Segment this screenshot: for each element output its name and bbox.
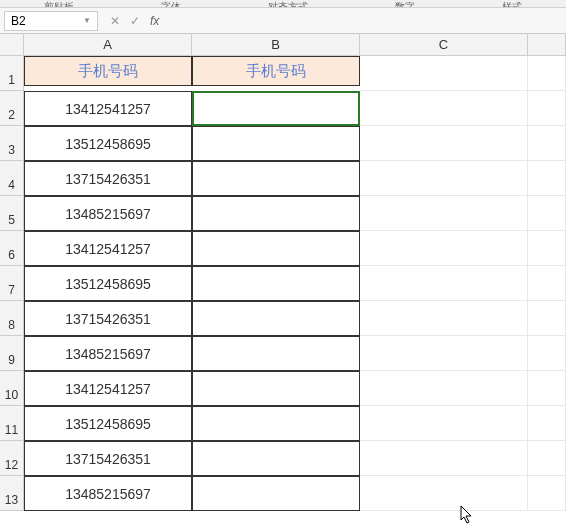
row-head-2[interactable]: 2 [0, 91, 24, 126]
formula-input[interactable] [165, 11, 566, 31]
row-head-6[interactable]: 6 [0, 231, 24, 266]
cell-B13[interactable] [192, 476, 360, 511]
cell-B7[interactable] [192, 266, 360, 301]
row-head-10[interactable]: 10 [0, 371, 24, 406]
cell-C6[interactable] [360, 231, 528, 266]
cell-B4[interactable] [192, 161, 360, 196]
cancel-icon[interactable]: ✕ [110, 14, 120, 28]
cell-C10[interactable] [360, 371, 528, 406]
cell-C3[interactable] [360, 126, 528, 161]
cell-C8[interactable] [360, 301, 528, 336]
col-head-A[interactable]: A [24, 34, 192, 56]
cell-A4[interactable]: 13715426351 [24, 161, 192, 196]
cell-A13[interactable]: 13485215697 [24, 476, 192, 511]
name-box[interactable]: B2 ▼ [4, 11, 98, 31]
cell-D7[interactable] [528, 266, 566, 301]
cell-C13[interactable] [360, 476, 528, 511]
ribbon-group-number: 数字 [395, 0, 415, 8]
cell-B9[interactable] [192, 336, 360, 371]
cell-A7[interactable]: 13512458695 [24, 266, 192, 301]
cell-C12[interactable] [360, 441, 528, 476]
cell-D4[interactable] [528, 161, 566, 196]
cell-B12[interactable] [192, 441, 360, 476]
cell-B3[interactable] [192, 126, 360, 161]
row-head-3[interactable]: 3 [0, 126, 24, 161]
cell-C2[interactable] [360, 91, 528, 126]
cell-D12[interactable] [528, 441, 566, 476]
cell-C9[interactable] [360, 336, 528, 371]
row-head-12[interactable]: 12 [0, 441, 24, 476]
cell-B1[interactable]: 手机号码 [192, 56, 360, 86]
col-head-C[interactable]: C [360, 34, 528, 56]
row-head-13[interactable]: 13 [0, 476, 24, 511]
cell-D6[interactable] [528, 231, 566, 266]
formula-bar-row: B2 ▼ ✕ ✓ fx [0, 8, 566, 34]
ribbon-group-styles: 样式 [502, 0, 522, 8]
cell-A5[interactable]: 13485215697 [24, 196, 192, 231]
row-head-11[interactable]: 11 [0, 406, 24, 441]
row-head-9[interactable]: 9 [0, 336, 24, 371]
cell-C4[interactable] [360, 161, 528, 196]
select-all-corner[interactable] [0, 34, 24, 56]
formula-buttons: ✕ ✓ fx [110, 14, 159, 28]
ribbon-fragment: 剪贴板 字体 对齐方式 数字 样式 [0, 0, 566, 8]
row-head-7[interactable]: 7 [0, 266, 24, 301]
cell-A10[interactable]: 13412541257 [24, 371, 192, 406]
cell-A6[interactable]: 13412541257 [24, 231, 192, 266]
cell-D8[interactable] [528, 301, 566, 336]
cell-A1[interactable]: 手机号码 [24, 56, 192, 86]
cell-D9[interactable] [528, 336, 566, 371]
check-icon[interactable]: ✓ [130, 14, 140, 28]
cell-B10[interactable] [192, 371, 360, 406]
row-head-5[interactable]: 5 [0, 196, 24, 231]
ribbon-group-font: 字体 [161, 0, 181, 8]
cell-A8[interactable]: 13715426351 [24, 301, 192, 336]
cell-D3[interactable] [528, 126, 566, 161]
cell-C1[interactable] [360, 56, 528, 91]
row-head-8[interactable]: 8 [0, 301, 24, 336]
row-head-4[interactable]: 4 [0, 161, 24, 196]
row-head-1[interactable]: 1 [0, 56, 24, 91]
cell-D11[interactable] [528, 406, 566, 441]
cell-C5[interactable] [360, 196, 528, 231]
cell-B8[interactable] [192, 301, 360, 336]
col-head-3[interactable] [528, 34, 566, 56]
ribbon-group-clipboard: 剪贴板 [44, 0, 74, 8]
ribbon-group-align: 对齐方式 [268, 0, 308, 8]
cell-A9[interactable]: 13485215697 [24, 336, 192, 371]
name-box-value: B2 [11, 14, 26, 28]
cell-A3[interactable]: 13512458695 [24, 126, 192, 161]
cell-D5[interactable] [528, 196, 566, 231]
chevron-down-icon[interactable]: ▼ [83, 16, 91, 25]
cell-D2[interactable] [528, 91, 566, 126]
cell-A11[interactable]: 13512458695 [24, 406, 192, 441]
cell-C11[interactable] [360, 406, 528, 441]
cell-D10[interactable] [528, 371, 566, 406]
cell-D1[interactable] [528, 56, 566, 91]
cell-A2[interactable]: 13412541257 [24, 91, 192, 126]
fx-icon[interactable]: fx [150, 14, 159, 28]
cell-B11[interactable] [192, 406, 360, 441]
cell-B6[interactable] [192, 231, 360, 266]
cell-A12[interactable]: 13715426351 [24, 441, 192, 476]
cell-D13[interactable] [528, 476, 566, 511]
cell-B2[interactable] [192, 91, 360, 126]
spreadsheet-grid[interactable]: ABC1手机号码手机号码2134125412573135124586954137… [0, 34, 566, 511]
cell-C7[interactable] [360, 266, 528, 301]
cell-B5[interactable] [192, 196, 360, 231]
col-head-B[interactable]: B [192, 34, 360, 56]
